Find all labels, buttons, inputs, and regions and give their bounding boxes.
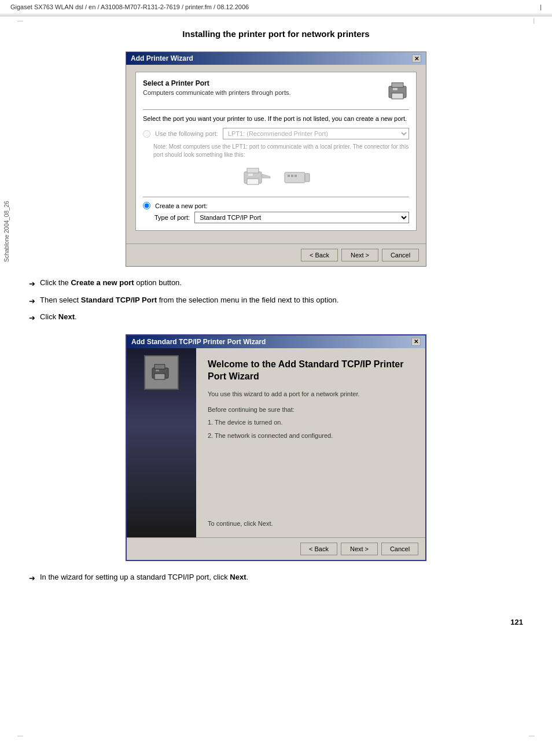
use-following-port-radio[interactable] <box>143 130 150 138</box>
add-printer-wizard-dialog: Add Printer Wizard ✕ Select a Printer Po… <box>126 51 426 267</box>
dialog1-next-button[interactable]: Next > <box>341 249 378 261</box>
svg-rect-17 <box>154 374 165 379</box>
svg-marker-9 <box>262 174 270 178</box>
corner-mark-tl: — <box>17 17 23 24</box>
dialog2-before-item-1: 1. The device is turned on. <box>208 418 414 427</box>
dialog2-button-bar: < Back Next > Cancel <box>127 537 425 560</box>
create-new-port-label: Create a new port: <box>155 202 208 209</box>
header-pipe: | <box>540 3 542 10</box>
svg-rect-16 <box>154 364 165 369</box>
dialog2-right-panel: Welcome to the Add Standard TCP/IP Print… <box>196 348 425 538</box>
create-port-section: Create a new port: Type of port: Standar… <box>143 202 409 223</box>
svg-rect-12 <box>288 175 290 177</box>
final-arrow-icon: ➔ <box>29 573 35 584</box>
svg-rect-2 <box>392 93 403 99</box>
dialog1-title: Add Printer Wizard <box>131 54 193 62</box>
dialog1-close-button[interactable]: ✕ <box>412 54 421 62</box>
dialog2-next-button[interactable]: Next > <box>341 543 378 555</box>
page-number: 121 <box>510 618 523 626</box>
tcpip-printer-icon <box>144 355 179 390</box>
dialog2-close-button[interactable]: ✕ <box>411 338 421 346</box>
dialog1-back-button[interactable]: < Back <box>301 249 338 261</box>
type-port-row: Type of port: Standard TCP/IP Port <box>154 212 409 223</box>
corner-mark-tr: | <box>533 17 535 24</box>
dialog1-button-bar: < Back Next > Cancel <box>126 244 426 266</box>
instruction-bold-2: Standard TCP/IP Port <box>81 296 157 304</box>
instruction-text-3: Click Next. <box>40 311 77 323</box>
type-port-dropdown[interactable]: Standard TCP/IP Port <box>194 212 409 223</box>
instruction-bold-1: Create a new port <box>71 278 134 287</box>
dialog2-title: Add Standard TCP/IP Printer Port Wizard <box>131 338 266 346</box>
dialog1-inner: Select a Printer Port Computers communic… <box>135 72 417 231</box>
printer-icon-top <box>386 79 409 104</box>
side-label: Schablone 2004_08_26 <box>0 116 13 347</box>
header-bar: Gigaset SX763 WLAN dsl / en / A31008-M70… <box>0 0 552 14</box>
final-instruction-text: In the wizard for setting up a standard … <box>40 571 248 583</box>
port-description: Select the port you want your printer to… <box>143 115 409 123</box>
instruction-text-2: Then select Standard TCP/IP Port from th… <box>40 294 338 306</box>
final-instruction-item: ➔ In the wizard for setting up a standar… <box>29 571 523 584</box>
svg-rect-5 <box>247 168 259 173</box>
use-following-port-row: Use the following port: LPT1: (Recommend… <box>143 128 409 139</box>
printer-illustration <box>143 164 409 190</box>
final-instruction-bold: Next <box>230 573 246 581</box>
svg-rect-1 <box>392 83 403 87</box>
svg-rect-14 <box>295 175 297 177</box>
instruction-item-3: ➔ Click Next. <box>29 311 523 324</box>
dialog2-before-label: Before continuing be sure that: <box>208 405 414 415</box>
arrow-icon-3: ➔ <box>29 312 35 324</box>
use-following-port-label: Use the following port: <box>155 130 218 137</box>
instruction-bold-3: Next <box>58 312 75 321</box>
section-title: Installing the printer port for network … <box>29 29 523 39</box>
create-new-port-radio[interactable] <box>143 202 150 209</box>
dialog1-titlebar: Add Printer Wizard ✕ <box>126 52 426 65</box>
instruction-item-1: ➔ Click the Create a new port option but… <box>29 277 523 290</box>
port-note-text: Note: Most computers use the LPT1: port … <box>153 143 409 159</box>
type-of-port-label: Type of port: <box>154 214 190 221</box>
port-select-dropdown[interactable]: LPT1: (Recommended Printer Port) <box>223 128 409 139</box>
dialog1-section-subtext: Computers communicate with printers thro… <box>143 89 291 96</box>
svg-rect-18 <box>156 370 159 371</box>
svg-rect-13 <box>291 175 293 177</box>
dialog2-desc: You use this wizard to add a port for a … <box>208 389 414 399</box>
svg-rect-6 <box>247 179 259 185</box>
corner-mark-br: — <box>529 732 535 739</box>
arrow-icon-2: ➔ <box>29 296 35 307</box>
dialog1-divider2 <box>143 197 409 197</box>
dialog1-section-header: Select a Printer Port <box>143 79 291 87</box>
dialog1-divider1 <box>143 109 409 110</box>
page-number-container: 121 <box>0 612 552 632</box>
page-content: Installing the printer port for network … <box>0 17 552 612</box>
svg-rect-3 <box>393 88 398 90</box>
create-port-row: Create a new port: <box>143 202 409 209</box>
final-instruction-list: ➔ In the wizard for setting up a standar… <box>29 571 523 584</box>
header-text: Gigaset SX763 WLAN dsl / en / A31008-M70… <box>10 3 249 10</box>
printer-illustration-svg <box>241 164 276 190</box>
svg-rect-10 <box>285 172 305 183</box>
dialog2-back-button[interactable]: < Back <box>300 543 337 555</box>
dialog1-body: Select a Printer Port Computers communic… <box>126 65 426 244</box>
dialog2-cancel-button[interactable]: Cancel <box>381 543 418 555</box>
svg-rect-11 <box>305 174 310 182</box>
dialog2-body: Welcome to the Add Standard TCP/IP Print… <box>127 348 425 538</box>
printer-svg-icon <box>386 79 409 102</box>
arrow-icon-1: ➔ <box>29 278 35 290</box>
tcpip-spacer <box>208 444 414 513</box>
tcpip-printer-svg <box>150 361 173 384</box>
dialog2-before-item-2: 2. The network is connected and configur… <box>208 431 414 441</box>
corner-mark-bl: — <box>17 732 23 739</box>
dialog2-titlebar: Add Standard TCP/IP Printer Port Wizard … <box>127 335 425 348</box>
port-connector-svg <box>282 167 311 187</box>
dialog1-cancel-button[interactable]: Cancel <box>382 249 419 261</box>
instruction-text-1: Click the Create a new port option butto… <box>40 277 182 289</box>
tcpip-wizard-dialog: Add Standard TCP/IP Printer Port Wizard … <box>126 334 426 562</box>
dialog2-continue-text: To continue, click Next. <box>208 520 414 527</box>
dialog2-left-panel <box>127 348 196 538</box>
dialog2-welcome-title: Welcome to the Add Standard TCP/IP Print… <box>208 359 414 383</box>
left-panel-content <box>131 355 192 394</box>
instruction-list: ➔ Click the Create a new port option but… <box>29 277 523 324</box>
svg-rect-7 <box>248 174 253 176</box>
header-divider <box>0 16 552 16</box>
instruction-item-2: ➔ Then select Standard TCP/IP Port from … <box>29 294 523 307</box>
